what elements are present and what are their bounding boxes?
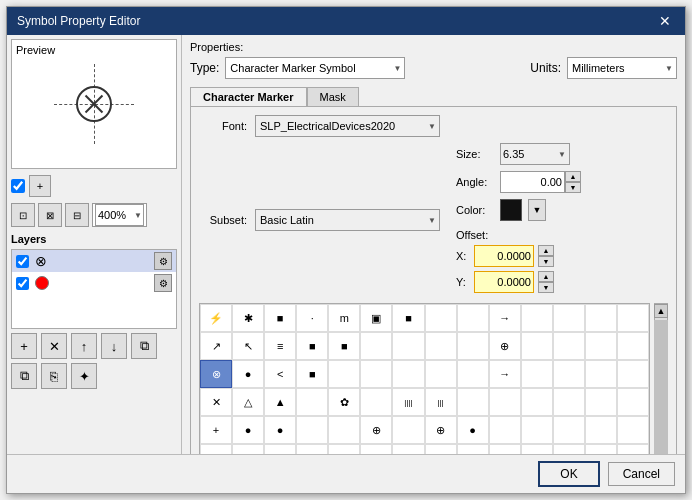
char-cell[interactable] [521, 304, 553, 332]
offset-x-down-button[interactable]: ▼ [538, 256, 554, 267]
char-cell[interactable]: ⊕ [360, 416, 392, 444]
char-cell[interactable]: m [328, 304, 360, 332]
offset-y-input[interactable] [474, 271, 534, 293]
char-cell[interactable] [585, 360, 617, 388]
char-cell[interactable] [489, 416, 521, 444]
char-cell[interactable]: ||| [425, 388, 457, 416]
char-cell[interactable] [553, 388, 585, 416]
add-icon-button[interactable]: + [29, 175, 51, 197]
char-cell[interactable]: ✱ [232, 304, 264, 332]
char-cell[interactable] [392, 416, 424, 444]
move-down-button[interactable]: ↓ [101, 333, 127, 359]
char-cell[interactable] [617, 332, 649, 360]
char-cell[interactable] [392, 360, 424, 388]
char-cell[interactable]: ↖ [232, 332, 264, 360]
paste-button[interactable]: ⎘ [41, 363, 67, 389]
layer-row[interactable]: ⚙ [12, 272, 176, 294]
char-cell[interactable] [617, 360, 649, 388]
close-button[interactable]: ✕ [655, 13, 675, 29]
zoom-select-wrapper[interactable]: 400% 100% 200% 800% [92, 203, 147, 227]
offset-x-up-button[interactable]: ▲ [538, 245, 554, 256]
angle-input[interactable] [500, 171, 565, 193]
char-cell[interactable] [425, 360, 457, 388]
char-cell[interactable]: Ш [200, 444, 232, 454]
char-cell[interactable] [553, 304, 585, 332]
char-cell[interactable] [425, 304, 457, 332]
units-select-wrapper[interactable]: Millimeters Points Pixels [567, 57, 677, 79]
subset-select-wrapper[interactable]: Basic Latin [255, 209, 440, 231]
char-cell[interactable]: ■ [232, 444, 264, 454]
char-cell[interactable] [425, 332, 457, 360]
char-cell[interactable]: + [200, 416, 232, 444]
char-cell[interactable] [521, 360, 553, 388]
char-cell[interactable]: ▣ [360, 444, 392, 454]
char-cell[interactable] [585, 332, 617, 360]
char-cell[interactable] [553, 360, 585, 388]
char-cell[interactable]: ■ [296, 360, 328, 388]
char-cell[interactable] [617, 416, 649, 444]
char-cell[interactable] [296, 388, 328, 416]
char-cell[interactable] [585, 304, 617, 332]
offset-y-up-button[interactable]: ▲ [538, 271, 554, 282]
zoom-fixed-button[interactable]: ⊟ [65, 203, 89, 227]
char-cell[interactable] [360, 388, 392, 416]
char-cell[interactable]: ✕ [200, 388, 232, 416]
char-cell[interactable] [360, 332, 392, 360]
char-cell[interactable] [617, 444, 649, 454]
char-cell[interactable]: ■ [392, 304, 424, 332]
char-cell[interactable] [553, 444, 585, 454]
char-cell[interactable] [521, 332, 553, 360]
color-picker-button[interactable]: ▼ [528, 199, 546, 221]
char-cell[interactable]: ▲ [264, 388, 296, 416]
clear-button[interactable]: ✦ [71, 363, 97, 389]
zoom-fit-button[interactable]: ⊡ [11, 203, 35, 227]
char-cell[interactable] [392, 332, 424, 360]
char-cell[interactable] [585, 444, 617, 454]
char-cell-selected[interactable]: ⊗ [200, 360, 232, 388]
char-cell[interactable]: < [264, 360, 296, 388]
zoom-select[interactable]: 400% 100% 200% 800% [95, 204, 144, 226]
char-cell[interactable]: ■ [264, 304, 296, 332]
char-cell[interactable] [328, 444, 360, 454]
layer-edit-button[interactable]: ⚙ [154, 252, 172, 270]
preview-checkbox[interactable] [11, 179, 25, 193]
char-cell[interactable] [521, 444, 553, 454]
zoom-extent-button[interactable]: ⊠ [38, 203, 62, 227]
char-cell[interactable] [328, 416, 360, 444]
char-cell[interactable] [617, 304, 649, 332]
size-select-wrapper[interactable]: 6.35 [500, 143, 570, 165]
char-cell[interactable]: ● [264, 416, 296, 444]
char-cell[interactable] [553, 332, 585, 360]
tab-character-marker[interactable]: Character Marker [190, 87, 307, 106]
char-cell[interactable] [585, 416, 617, 444]
add-layer-button[interactable]: + [11, 333, 37, 359]
font-select-wrapper[interactable]: SLP_ElectricalDevices2020 [255, 115, 440, 137]
char-cell[interactable] [360, 360, 392, 388]
color-swatch[interactable] [500, 199, 522, 221]
char-cell[interactable]: ▣ [360, 304, 392, 332]
char-cell[interactable]: · [296, 304, 328, 332]
angle-up-button[interactable]: ▲ [565, 171, 581, 182]
char-cell[interactable]: ⚡ [200, 304, 232, 332]
angle-down-button[interactable]: ▼ [565, 182, 581, 193]
char-cell[interactable]: ⊖ [264, 444, 296, 454]
move-up-button[interactable]: ↑ [71, 333, 97, 359]
type-select-wrapper[interactable]: Character Marker Symbol Simple Marker Sy… [225, 57, 405, 79]
layer-checkbox[interactable] [16, 277, 29, 290]
char-cell[interactable] [553, 416, 585, 444]
grid-scroll-track[interactable] [654, 320, 668, 454]
units-select[interactable]: Millimeters Points Pixels [567, 57, 677, 79]
copy2-button[interactable]: ⧉ [11, 363, 37, 389]
char-cell[interactable] [617, 388, 649, 416]
char-cell[interactable] [457, 360, 489, 388]
char-cell[interactable]: ■ [296, 332, 328, 360]
char-cell[interactable] [296, 416, 328, 444]
char-cell[interactable] [585, 388, 617, 416]
char-cell[interactable] [457, 388, 489, 416]
char-cell[interactable]: △ [232, 388, 264, 416]
char-cell[interactable] [392, 444, 424, 454]
char-cell[interactable] [457, 304, 489, 332]
font-select[interactable]: SLP_ElectricalDevices2020 [255, 115, 440, 137]
char-cell[interactable]: ● [296, 444, 328, 454]
char-cell[interactable] [521, 416, 553, 444]
